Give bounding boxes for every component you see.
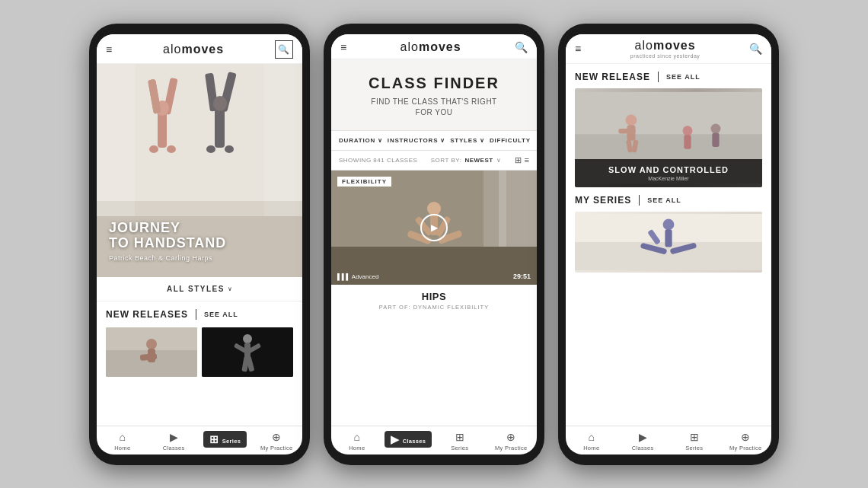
nav-practice-2[interactable]: ⊕ My Practice — [486, 431, 538, 451]
hero-overlay-1: JOURNEY TO HANDSTAND Patrick Beach & Car… — [109, 221, 290, 262]
filter-duration[interactable]: DURATION ∨ — [339, 137, 383, 144]
search-icon-1: 🔍 — [278, 44, 289, 55]
divider-4 — [639, 195, 640, 206]
results-bar: SHOWING 841 CLASSES SORT BY: NEWEST ∨ ⊞ … — [331, 151, 537, 171]
new-release-title: NEW RELEASE — [575, 72, 650, 82]
svg-point-54 — [663, 218, 675, 230]
nav-home-3[interactable]: ⌂ Home — [566, 431, 617, 451]
search-button-1[interactable]: 🔍 — [275, 40, 293, 59]
search-icon-3[interactable]: 🔍 — [749, 43, 762, 55]
class-finder-subtitle: FIND THE CLASS THAT'S RIGHT FOR YOU — [343, 97, 525, 118]
nav-practice-1[interactable]: ⊕ My Practice — [251, 431, 303, 451]
my-series-title: MY SERIES — [575, 195, 631, 206]
svg-point-14 — [225, 145, 234, 153]
nav-label-series-1: Series — [222, 438, 241, 445]
play-button[interactable]: ▶ — [420, 214, 448, 241]
logo-2: alomoves — [400, 40, 461, 54]
scroll-content-2[interactable]: CLASS FINDER FIND THE CLASS THAT'S RIGHT… — [331, 59, 537, 426]
header-subtitle-3: practiced since yesterday — [581, 53, 749, 59]
svg-point-24 — [243, 334, 252, 343]
nav-series-3[interactable]: ⊞ Series — [669, 431, 720, 451]
nav-home-1[interactable]: ⌂ Home — [97, 431, 148, 451]
classes-icon-3: ▶ — [639, 431, 647, 443]
phone-3: ≡ alomoves practiced since yesterday 🔍 N… — [558, 24, 779, 465]
nav-series-1[interactable]: ⊞ Series — [199, 431, 251, 451]
my-series-section: MY SERIES SEE ALL — [566, 195, 771, 273]
class-name: HIPS — [339, 291, 529, 302]
svg-point-43 — [626, 114, 637, 126]
nav-classes-1[interactable]: ▶ Classes — [148, 431, 200, 451]
all-styles-bar[interactable]: ALL STYLES ∨ — [97, 277, 302, 301]
nav-label-practice-3: My Practice — [729, 445, 761, 451]
filter-bar: DURATION ∨ INSTRUCTORS ∨ STYLES ∨ DIFFIC… — [331, 131, 537, 151]
classes-icon-2: ▶ — [391, 433, 399, 445]
app-header-1: ≡ alomoves 🔍 — [97, 34, 302, 64]
all-styles-label: ALL STYLES — [167, 285, 225, 293]
class-duration: 29:51 — [513, 273, 531, 280]
my-series-see-all[interactable]: SEE ALL — [647, 196, 681, 204]
thumb-2[interactable] — [202, 327, 293, 377]
my-series-svg — [575, 212, 762, 273]
menu-icon-1[interactable]: ≡ — [106, 44, 112, 55]
practice-icon-2: ⊕ — [506, 431, 515, 443]
filter-difficulty[interactable]: DIFFICULTY — [490, 137, 531, 144]
new-release-header: NEW RELEASE SEE ALL — [575, 72, 762, 82]
practice-icon-3: ⊕ — [741, 431, 750, 443]
svg-rect-49 — [684, 135, 691, 148]
svg-point-15 — [213, 96, 227, 111]
svg-point-13 — [206, 145, 215, 153]
bottom-nav-1: ⌂ Home ▶ Classes ⊞ Series ⊕ My Practice — [97, 426, 302, 455]
screen-3: ≡ alomoves practiced since yesterday 🔍 N… — [566, 34, 771, 455]
view-icons: ⊞ ≡ — [515, 155, 529, 165]
see-all-link-1[interactable]: SEE ALL — [204, 311, 238, 318]
menu-icon-2[interactable]: ≡ — [340, 42, 346, 53]
logo-3: alomoves — [581, 39, 749, 53]
card-meta: ▌▌▌ Advanced 29:51 — [337, 273, 531, 280]
new-release-see-all[interactable]: SEE ALL — [666, 73, 700, 81]
new-releases-title-1: NEW RELEASES — [106, 309, 188, 320]
new-release-image[interactable]: SLOW AND CONTROLLED MacKenzie Miller — [575, 88, 762, 187]
bottom-nav-2: ⌂ Home ▶ Classes ⊞ Series ⊕ My Practice — [331, 426, 537, 455]
nav-label-series-3: Series — [685, 445, 703, 451]
new-releases-header-1: NEW RELEASES SEE ALL — [97, 301, 302, 327]
svg-rect-45 — [618, 128, 635, 132]
phone-1: ≡ alomoves 🔍 — [89, 24, 310, 465]
scroll-content-1[interactable]: JOURNEY TO HANDSTAND Patrick Beach & Car… — [97, 64, 302, 426]
nav-series-2[interactable]: ⊞ Series — [434, 431, 486, 451]
hero-image-1: JOURNEY TO HANDSTAND Patrick Beach & Car… — [97, 64, 302, 277]
nav-home-2[interactable]: ⌂ Home — [331, 431, 383, 451]
nav-classes-3[interactable]: ▶ Classes — [617, 431, 669, 451]
filter-styles[interactable]: STYLES ∨ — [450, 137, 485, 144]
filter-instructors[interactable]: INSTRUCTORS ∨ — [388, 137, 445, 144]
new-release-caption: SLOW AND CONTROLLED MacKenzie Miller — [575, 159, 762, 187]
nr-caption-title: SLOW AND CONTROLLED — [581, 165, 756, 174]
thumb-1[interactable] — [106, 327, 197, 377]
nav-classes-2[interactable]: ▶ Classes — [383, 431, 435, 451]
sort-bar[interactable]: SORT BY: NEWEST ∨ — [431, 157, 501, 164]
class-level: ▌▌▌ Advanced — [337, 273, 378, 280]
svg-point-7 — [167, 145, 176, 153]
sort-label: SORT BY: — [431, 157, 462, 164]
my-series-image[interactable] — [575, 212, 762, 273]
grid-icon[interactable]: ⊞ — [515, 155, 522, 165]
new-release-section: NEW RELEASE SEE ALL — [566, 64, 771, 195]
nav-practice-3[interactable]: ⊕ My Practice — [720, 431, 772, 451]
bottom-nav-3: ⌂ Home ▶ Classes ⊞ Series ⊕ My Practice — [566, 426, 771, 455]
nav-label-home-3: Home — [583, 445, 599, 451]
class-info: HIPS PART OF: DYNAMIC FLEXIBILITY — [331, 285, 537, 317]
svg-rect-10 — [215, 106, 225, 148]
svg-point-6 — [149, 145, 158, 153]
app-header-2: ≡ alomoves 🔍 — [331, 34, 537, 59]
nav-label-classes-2: Classes — [403, 438, 426, 445]
list-icon[interactable]: ≡ — [525, 155, 529, 164]
class-finder-title: CLASS FINDER — [343, 75, 525, 92]
hero-title-1: JOURNEY TO HANDSTAND — [109, 221, 290, 251]
scroll-content-3[interactable]: NEW RELEASE SEE ALL — [566, 64, 771, 426]
menu-icon-3[interactable]: ≡ — [575, 43, 581, 54]
nav-label-classes-1: Classes — [163, 445, 185, 451]
nav-label-practice-2: My Practice — [495, 445, 527, 451]
search-icon-2[interactable]: 🔍 — [515, 41, 528, 53]
series-icon-2: ⊞ — [455, 431, 464, 443]
sort-value: NEWEST — [464, 157, 493, 164]
screen-2: ≡ alomoves 🔍 CLASS FINDER FIND THE CLASS… — [331, 34, 537, 455]
